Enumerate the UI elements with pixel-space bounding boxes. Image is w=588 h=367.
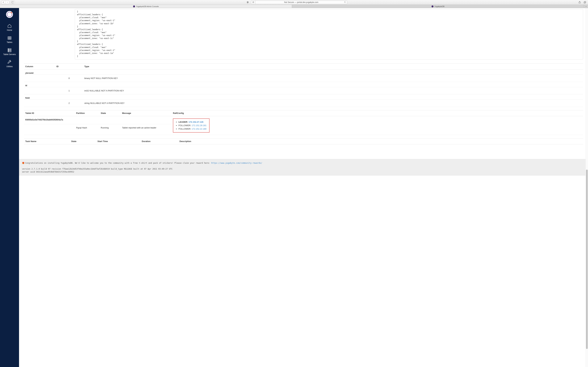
tab-yugabytedb[interactable]: YugabyteDB [292, 5, 584, 8]
th-task-name: Task Name [24, 138, 70, 144]
sidebar-item-label: Utilities [6, 65, 13, 68]
th-raftconfig: RaftConfig [172, 110, 583, 116]
th-duration: Duration [140, 138, 178, 144]
th-description: Description [178, 138, 583, 144]
tabs-overview-button[interactable] [583, 1, 587, 4]
tab-label: YugabyteDB Admin Console [136, 5, 159, 7]
raft-leader-link[interactable]: 172.152.27.126 [189, 121, 203, 123]
table-icon [7, 36, 12, 40]
scrollbar[interactable] [586, 8, 588, 367]
tab-label: YugabyteDB [434, 5, 444, 7]
footer-version: version 2.7.1.0 build 97 revision f7bae1… [22, 167, 585, 170]
back-button[interactable] [1, 1, 5, 4]
th-start-time: Start Time [96, 138, 140, 144]
gift-icon: 🎁 [22, 162, 25, 164]
raft-config-box: LEADER: 172.152.27.126 FOLLOWER: 172.152… [173, 118, 209, 133]
reader-mode-button[interactable] [251, 0, 255, 4]
app-sidebar: Home Tables Tablet Servers Utilities [0, 8, 19, 367]
favicon-icon [133, 5, 135, 7]
sidebar-toggle-button[interactable] [10, 1, 15, 4]
column-id: 0 [55, 75, 83, 82]
sidebar-item-label: Tablet Servers [3, 53, 16, 56]
table-row: ybrowid [24, 69, 583, 75]
raft-follower-link[interactable]: 172.152.22.180 [192, 128, 206, 130]
new-tab-button[interactable]: + [584, 5, 588, 8]
col-header-id: ID [55, 64, 83, 69]
column-name: field [24, 94, 55, 100]
column-id: 1 [55, 87, 83, 94]
raft-member: FOLLOWER: 172.152.22.180 [179, 127, 207, 131]
sidebar-item-label: Home [7, 29, 12, 31]
col-header-type: Type [83, 64, 583, 69]
svg-rect-0 [12, 1, 14, 3]
table-row: field [24, 94, 583, 100]
tasks-table: Task Name State Start Time Duration Desc… [24, 138, 583, 144]
tablet-state: Running [99, 124, 121, 135]
sidebar-item-home[interactable]: Home [0, 21, 19, 33]
favicon-icon [432, 5, 433, 7]
th-tablet-id: Tablet ID [24, 110, 75, 116]
sidebar-item-tables[interactable]: Tables [0, 33, 19, 46]
th-message: Message [121, 110, 172, 116]
address-bar[interactable]: Not Secure — portal.dev.yugabyte.com [255, 0, 347, 4]
svg-rect-9 [8, 37, 11, 39]
main-content: } affinitized_leaders { placement_cloud:… [19, 8, 588, 367]
raft-member: FOLLOWER: 172.152.29.181 [179, 124, 207, 127]
wrench-icon [7, 60, 12, 64]
table-row: 0 binary NOT NULL PARTITION KEY [24, 75, 583, 82]
column-type: binary NOT NULL PARTITION KEY [83, 75, 583, 82]
table-row: 2 string NULLABLE NOT A PARTITION KEY [24, 100, 583, 107]
tablets-table: Tablet ID Partition State Message RaftCo… [24, 110, 583, 135]
tablet-message: Tablet reported with an active leader [121, 124, 172, 135]
table-row: 1 int32 NULLABLE NOT A PARTITION KEY [24, 87, 583, 94]
th-partition: Partition [75, 110, 99, 116]
tablet-partition: Pgsql Hash [75, 124, 99, 135]
column-name: ybrowid [24, 69, 55, 75]
nav-buttons [1, 1, 9, 4]
tablet-id: 93055d1e3e744275b10ab843f2604a7a [24, 116, 75, 124]
raft-member: LEADER: 172.152.27.126 [179, 120, 207, 124]
sidebar-item-utilities[interactable]: Utilities [0, 58, 19, 70]
column-id: 2 [55, 100, 83, 107]
browser-toolbar: Not Secure — portal.dev.yugabyte.com [0, 0, 588, 5]
footer: 🎁Congratulations on installing YugabyteD… [19, 159, 588, 176]
refresh-icon[interactable] [344, 1, 346, 4]
sidebar-item-label: Tables [7, 41, 12, 43]
footer-congrats: Congratulations on installing YugabyteDB… [25, 162, 211, 164]
replication-config-code: } affinitized_leaders { placement_cloud:… [75, 9, 583, 59]
svg-rect-7 [584, 2, 585, 3]
columns-table: Column ID Type ybrowid 0 binary NOT NULL… [24, 63, 583, 107]
th-state: State [99, 110, 121, 116]
share-button[interactable] [578, 1, 581, 4]
column-type: int32 NULLABLE NOT A PARTITION KEY [83, 87, 583, 94]
table-row: 93055d1e3e744275b10ab843f2604a7a LEADER:… [24, 116, 583, 124]
column-type: string NULLABLE NOT A PARTITION KEY [83, 100, 583, 107]
column-name: id [24, 82, 55, 87]
raft-follower-link[interactable]: 172.152.29.181 [192, 124, 206, 127]
reward-link[interactable]: https://www.yugabyte.com/community-rewar… [211, 162, 262, 164]
privacy-shield-icon[interactable] [245, 1, 250, 4]
forward-button[interactable] [5, 1, 9, 4]
svg-point-17 [9, 49, 9, 49]
svg-point-18 [9, 50, 9, 50]
server-icon [7, 48, 12, 52]
tab-bar: YugabyteDB Admin Console YugabyteDB + [0, 5, 588, 8]
home-icon [7, 24, 12, 28]
svg-rect-8 [584, 1, 586, 3]
footer-server-uuid: server uuid b02cb12aea954b87bb631f259ac6… [22, 170, 585, 173]
sidebar-item-tablet-servers[interactable]: Tablet Servers [0, 46, 19, 58]
tab-admin-console[interactable]: YugabyteDB Admin Console [0, 5, 292, 8]
svg-point-19 [9, 51, 9, 52]
scrollbar-thumb[interactable] [586, 170, 588, 349]
table-row: id [24, 82, 583, 87]
col-header-column: Column [24, 64, 55, 69]
th-task-state: State [70, 138, 96, 144]
logo-icon[interactable] [6, 11, 13, 18]
